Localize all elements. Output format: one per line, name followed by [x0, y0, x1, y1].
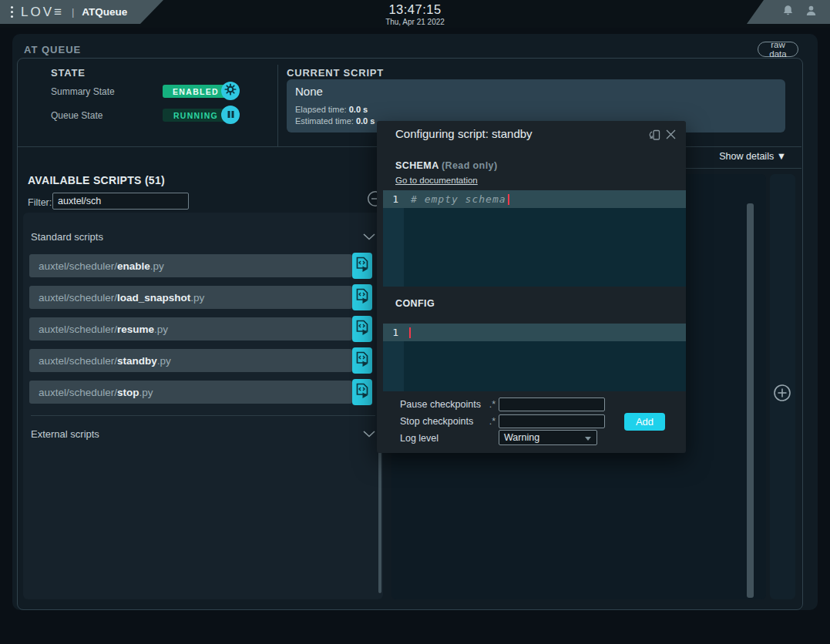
run-script-icon	[356, 320, 368, 339]
panel-title: AT QUEUE	[24, 44, 81, 55]
schema-editor-line: 1 # empty schema	[383, 190, 686, 208]
config-editor[interactable]: 1	[383, 324, 686, 391]
launch-script-button-enable[interactable]	[352, 253, 372, 279]
detach-window-button[interactable]	[648, 129, 661, 145]
stop-checkpoints-input[interactable]	[499, 414, 605, 428]
config-heading: CONFIG	[395, 298, 435, 309]
clock-date: Thu, Apr 21 2022	[385, 18, 445, 26]
user-icon[interactable]	[805, 4, 818, 20]
log-level-select[interactable]: Warning	[499, 430, 597, 445]
stop-checkpoints-regex: .*	[482, 416, 496, 427]
chevron-down-icon	[363, 428, 375, 440]
run-script-icon	[356, 257, 368, 276]
close-icon	[665, 129, 677, 143]
external-scripts-group[interactable]: External scripts	[31, 425, 375, 442]
available-scripts-title: AVAILABLE SCRIPTS (51)	[28, 174, 165, 186]
launch-script-button-load-snapshot[interactable]	[352, 284, 372, 310]
chevron-down-icon	[363, 231, 375, 243]
atqueue-screen: LOV≡ | ATQueue 13:47:15 Thu, Apr 21 2022…	[0, 0, 830, 644]
script-row-enable[interactable]: auxtel/scheduler/enable.py	[29, 254, 352, 277]
current-script-title: CURRENT SCRIPT	[287, 67, 384, 79]
log-level-label: Log level	[400, 433, 439, 444]
config-editor-line: 1	[383, 324, 686, 341]
notifications-bell-icon[interactable]	[781, 4, 795, 20]
launch-script-button-standby[interactable]	[352, 347, 372, 374]
pause-queue-button[interactable]	[221, 106, 240, 124]
topbar-right-panel	[747, 0, 830, 24]
select-caret-icon	[585, 437, 591, 441]
detach-icon	[648, 131, 661, 144]
text-caret	[409, 327, 411, 338]
current-script-name: None	[295, 85, 323, 98]
schema-code: # empty schema	[411, 193, 506, 205]
state-title: STATE	[51, 67, 86, 79]
clock-time: 13:47:15	[385, 2, 445, 17]
show-details-toggle[interactable]: Show details ▼	[694, 151, 786, 162]
queue-state-badge: RUNNING	[163, 109, 229, 122]
group-divider	[31, 415, 375, 416]
text-caret	[508, 194, 509, 205]
elapsed-time-row: Elapsed time: 0.0 s	[295, 105, 368, 114]
expand-panel-button[interactable]	[773, 384, 791, 402]
plus-circle-icon	[773, 391, 791, 404]
state-divider	[277, 65, 278, 146]
gear-icon	[224, 83, 237, 99]
run-script-icon	[356, 288, 368, 307]
logo-separator: |	[72, 6, 74, 18]
pause-checkpoints-input[interactable]	[499, 397, 605, 411]
script-row-load-snapshot[interactable]: auxtel/scheduler/load_snapshot.py	[29, 286, 352, 309]
estimated-time-row: Estimated time: 0.0 s	[295, 116, 375, 126]
pause-icon	[227, 108, 235, 122]
standard-scripts-group[interactable]: Standard scripts	[31, 228, 375, 245]
launch-script-button-resume[interactable]	[352, 316, 372, 342]
add-script-button[interactable]: Add	[624, 413, 665, 431]
line-number: 1	[383, 327, 404, 338]
clock: 13:47:15 Thu, Apr 21 2022	[385, 2, 445, 26]
summary-state-badge: ENABLED	[163, 85, 229, 98]
schema-heading: SCHEMA (Read only)	[395, 160, 497, 171]
summary-state-label: Summary State	[51, 86, 115, 97]
line-number: 1	[383, 193, 404, 205]
configure-script-modal: Configuring script: standby SCHEMA (Read…	[377, 121, 686, 453]
stop-checkpoints-label: Stop checkpoints	[400, 416, 473, 427]
top-bar: LOV≡ | ATQueue 13:47:15 Thu, Apr 21 2022	[0, 0, 830, 28]
documentation-link[interactable]: Go to documentation	[395, 176, 478, 185]
app-title: ATQueue	[82, 6, 127, 18]
script-row-standby[interactable]: auxtel/scheduler/standby.py	[29, 349, 352, 372]
run-script-icon	[356, 383, 368, 402]
run-script-icon	[356, 351, 368, 371]
summary-state-gear-button[interactable]	[221, 82, 240, 100]
queue-state-label: Queue State	[51, 110, 102, 121]
filter-label: Filter:	[28, 197, 52, 208]
raw-data-button[interactable]: raw data	[758, 42, 798, 57]
close-modal-button[interactable]	[665, 129, 677, 143]
launch-script-button-stop[interactable]	[352, 379, 372, 405]
topbar-left-panel: LOV≡ | ATQueue	[0, 0, 163, 24]
modal-title: Configuring script: standby	[395, 127, 533, 140]
schema-editor[interactable]: 1 # empty schema	[383, 190, 686, 287]
filter-input[interactable]	[52, 193, 189, 210]
pause-checkpoints-label: Pause checkpoints	[400, 399, 481, 410]
script-row-stop[interactable]: auxtel/scheduler/stop.py	[29, 381, 352, 404]
queue-scrollbar[interactable]	[747, 203, 754, 598]
menu-kebab-icon[interactable]	[11, 6, 13, 18]
script-row-resume[interactable]: auxtel/scheduler/resume.py	[29, 317, 352, 340]
love-logo: LOV≡	[21, 5, 64, 20]
pause-checkpoints-regex: .*	[482, 399, 496, 410]
